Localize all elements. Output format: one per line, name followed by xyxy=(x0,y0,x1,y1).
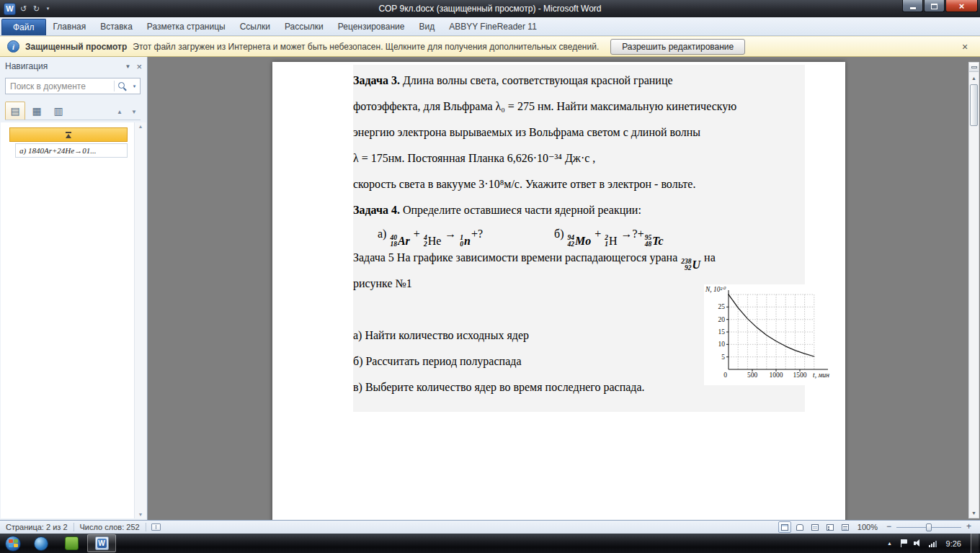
window-controls: × xyxy=(902,0,980,12)
tab-mailings[interactable]: Рассылки xyxy=(277,17,331,35)
tab-home[interactable]: Главная xyxy=(46,17,94,35)
isotope-u: 23892U xyxy=(681,252,700,278)
message-bar-close-icon[interactable]: × xyxy=(957,41,973,53)
clock[interactable]: 9:26 xyxy=(943,539,965,548)
document-scrollbar[interactable]: ▲ ▼ xyxy=(968,62,979,518)
close-icon: × xyxy=(959,1,965,12)
flag-blue xyxy=(9,544,13,547)
flag-red xyxy=(9,539,13,543)
taskbar-browser-icon[interactable] xyxy=(27,534,55,552)
maximize-button[interactable] xyxy=(924,0,945,12)
scroll-up-icon[interactable]: ▲ xyxy=(138,124,143,129)
search-input[interactable] xyxy=(6,81,114,91)
undo-icon[interactable]: ↺ xyxy=(18,4,29,14)
page-count-status[interactable]: Страница: 2 из 2 xyxy=(0,523,74,531)
word-app-icon[interactable]: W xyxy=(4,3,16,15)
zoom-thumb[interactable] xyxy=(926,523,932,531)
green-app-icon xyxy=(65,536,79,550)
atomic-number: 92 xyxy=(685,265,692,271)
start-button[interactable] xyxy=(0,534,26,553)
chevron-down-icon: ▼ xyxy=(971,511,976,516)
screen: { "window": { "title": "СОР 9кл.docx (за… xyxy=(0,0,980,553)
view-outline-button[interactable] xyxy=(824,521,837,533)
zoom-in-button[interactable]: + xyxy=(963,522,974,533)
next-result-button[interactable]: ▼ xyxy=(128,104,141,120)
ribbon-tab-bar: Файл Главная Вставка Разметка страницы С… xyxy=(0,17,980,36)
minimize-button[interactable] xyxy=(902,0,923,12)
word-count-status[interactable]: Число слов: 252 xyxy=(74,523,146,531)
hidden-icons-chevron[interactable]: ▲ xyxy=(885,541,895,546)
navigation-results-list: а) 1840Ar+24He→01... ▲ ▼ xyxy=(1,122,146,518)
customize-qat-dropdown[interactable]: ▾ xyxy=(44,6,52,12)
pane-options-dropdown-icon[interactable]: ▼ xyxy=(125,63,130,70)
bold-run: Задача 4. xyxy=(353,204,400,216)
print-layout-icon xyxy=(781,524,788,531)
nav-result-item[interactable]: а) 1840Ar+24He→01... xyxy=(15,143,128,158)
tab-view[interactable]: Вид xyxy=(411,17,442,35)
tab-abbyy[interactable]: ABBYY FineReader 11 xyxy=(442,17,544,35)
proofing-status-icon[interactable] xyxy=(151,523,161,531)
browse-results-tab[interactable]: ▥ xyxy=(48,102,68,120)
tab-review[interactable]: Рецензирование xyxy=(331,17,412,35)
operator-run: + xyxy=(411,228,423,240)
tab-file[interactable]: Файл xyxy=(1,19,46,35)
tab-references[interactable]: Ссылки xyxy=(233,17,277,35)
scroll-down-icon[interactable]: ▼ xyxy=(138,512,143,517)
taskbar-green-app-icon[interactable] xyxy=(57,534,86,552)
doc-line: в) Выберите количество ядер во время пос… xyxy=(353,374,814,400)
browse-headings-tab[interactable]: ▤ xyxy=(5,102,25,120)
search-icon[interactable] xyxy=(115,78,129,94)
headings-icon: ▤ xyxy=(10,105,19,117)
view-draft-button[interactable] xyxy=(839,521,852,533)
undo-glyph: ↺ xyxy=(20,4,27,14)
chevron-down-icon: ▼ xyxy=(131,109,137,115)
view-web-layout-button[interactable] xyxy=(808,521,821,533)
text-run: λ = 175нм. Постоянная Планка 6,626·10⁻³⁴… xyxy=(353,152,595,164)
results-icon: ▥ xyxy=(53,105,63,117)
status-divider xyxy=(146,523,146,531)
text-run: скорость света в вакууме 3·10⁸м/с. Укажи… xyxy=(353,178,695,190)
volume-icon[interactable] xyxy=(914,539,923,547)
show-desktop-button[interactable] xyxy=(971,534,979,553)
operator-run: + xyxy=(592,228,604,240)
word-document-icon: W xyxy=(95,536,109,550)
previous-result-button[interactable]: ▲ xyxy=(113,104,126,120)
enable-editing-button[interactable]: Разрешить редактирование xyxy=(610,39,745,55)
taskbar-word-button[interactable]: W xyxy=(87,534,116,552)
text-run: рисунке №1 xyxy=(353,277,412,289)
document-page[interactable]: Задача 3. Длина волны света, соответству… xyxy=(272,62,845,520)
zoom-out-button[interactable]: − xyxy=(883,522,894,533)
pane-close-icon[interactable]: × xyxy=(136,61,142,72)
doc-line: рисунке №1 xyxy=(353,271,814,297)
doc-line: а) Найти количество исходных ядер xyxy=(353,323,814,349)
doc-line-empty xyxy=(353,297,814,323)
scroll-down-button[interactable]: ▼ xyxy=(969,508,979,518)
ruler-icon xyxy=(971,66,977,68)
repeat-icon[interactable]: ↻ xyxy=(31,4,42,14)
nuclear-reaction-line: а) 4018Ar + 42He → 10n+? б) 9442Mo + 21H… xyxy=(353,223,814,245)
browse-pages-tab[interactable]: ▦ xyxy=(27,102,47,120)
scroll-up-button[interactable]: ▲ xyxy=(969,73,979,83)
reaction-a: а) 4018Ar + 42He → 10n+? xyxy=(378,228,483,240)
search-options-dropdown[interactable]: ▾ xyxy=(129,84,140,89)
view-print-layout-button[interactable] xyxy=(778,521,791,533)
network-icon[interactable] xyxy=(929,539,937,547)
zoom-level[interactable]: 100% xyxy=(854,523,881,531)
outline-icon xyxy=(827,524,834,531)
tab-insert[interactable]: Вставка xyxy=(93,17,140,35)
pages-icon: ▦ xyxy=(32,105,41,117)
navigation-tabs: ▤ ▦ ▥ ▲ ▼ xyxy=(5,101,141,120)
draft-icon xyxy=(842,524,849,531)
text-run: Определите оставшиеся части ядерной реак… xyxy=(400,204,641,216)
view-fullscreen-reading-button[interactable] xyxy=(793,521,806,533)
tab-page-layout[interactable]: Разметка страницы xyxy=(140,17,233,35)
text-run: Задача 5 На графике зависимости времени … xyxy=(353,251,680,264)
zoom-slider[interactable] xyxy=(896,522,961,533)
close-button[interactable]: × xyxy=(945,0,978,12)
nav-scrollbar[interactable]: ▲ ▼ xyxy=(134,122,146,518)
action-center-icon[interactable] xyxy=(901,539,908,547)
nav-heading-item-selected[interactable] xyxy=(9,127,128,142)
scrollbar-thumb[interactable] xyxy=(970,84,978,126)
flag-yellow xyxy=(14,544,18,547)
ruler-toggle-button[interactable] xyxy=(969,63,979,72)
